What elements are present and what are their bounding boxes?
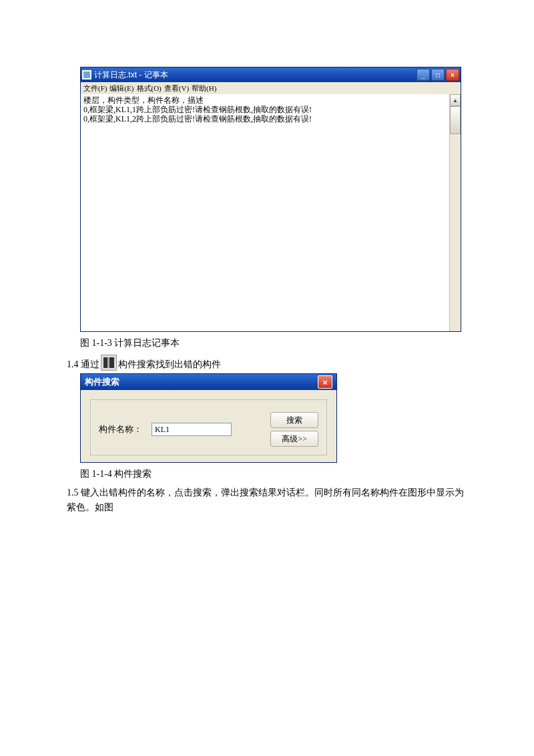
text-after-icon: 构件搜索找到出错的构件: [118, 359, 221, 371]
search-button[interactable]: 搜索: [270, 412, 318, 428]
close-button[interactable]: ×: [446, 69, 459, 81]
dialog-close-button[interactable]: ×: [318, 375, 332, 389]
menu-view[interactable]: 查看(V): [164, 83, 189, 93]
menu-format[interactable]: 格式(O): [137, 83, 162, 93]
name-label: 构件名称：: [99, 423, 142, 435]
menu-file[interactable]: 文件(F): [83, 83, 107, 93]
notepad-menubar: 文件(F) 编辑(E) 格式(O) 查看(V) 帮助(H): [81, 82, 461, 94]
minimize-button[interactable]: _: [417, 69, 430, 81]
search-dialog: 构件搜索 × 构件名称： 搜索 高级>>: [80, 373, 337, 463]
menu-help[interactable]: 帮助(H): [192, 83, 216, 93]
notepad-titlebar[interactable]: 计算日志.txt - 记事本 _ □ ×: [81, 67, 461, 82]
notepad-title: 计算日志.txt - 记事本: [94, 69, 417, 81]
paragraph-1-5: 1.5 键入出错构件的名称，点击搜索，弹出搜索结果对话栏。同时所有同名称构件在图…: [67, 486, 467, 515]
dialog-group: 构件名称： 搜索 高级>>: [90, 399, 327, 455]
notepad-icon: [82, 70, 91, 79]
figure-caption-2: 图 1-1-4 构件搜索: [80, 468, 467, 480]
figure-caption-1: 图 1-1-3 计算日志记事本: [80, 337, 467, 349]
paragraph-1-4: 1.4 通过 构件搜索找到出错的构件: [67, 355, 467, 371]
text-before-icon: 1.4 通过: [67, 359, 99, 371]
scroll-thumb[interactable]: [450, 106, 461, 134]
notepad-text[interactable]: 楼层，构件类型，构件名称，描述 0,框架梁,KL1,1跨上部负筋过密!请检查钢筋…: [81, 94, 449, 331]
dialog-title: 构件搜索: [85, 376, 318, 388]
name-input[interactable]: [152, 423, 232, 436]
notepad-window: 计算日志.txt - 记事本 _ □ × 文件(F) 编辑(E) 格式(O) 查…: [80, 67, 461, 332]
binoculars-icon: [101, 355, 117, 371]
maximize-button[interactable]: □: [431, 69, 445, 81]
advanced-button[interactable]: 高级>>: [270, 431, 318, 447]
scrollbar[interactable]: ▲: [449, 94, 461, 331]
scroll-up-icon[interactable]: ▲: [450, 94, 461, 106]
dialog-titlebar[interactable]: 构件搜索 ×: [81, 374, 336, 390]
menu-edit[interactable]: 编辑(E): [109, 83, 134, 93]
